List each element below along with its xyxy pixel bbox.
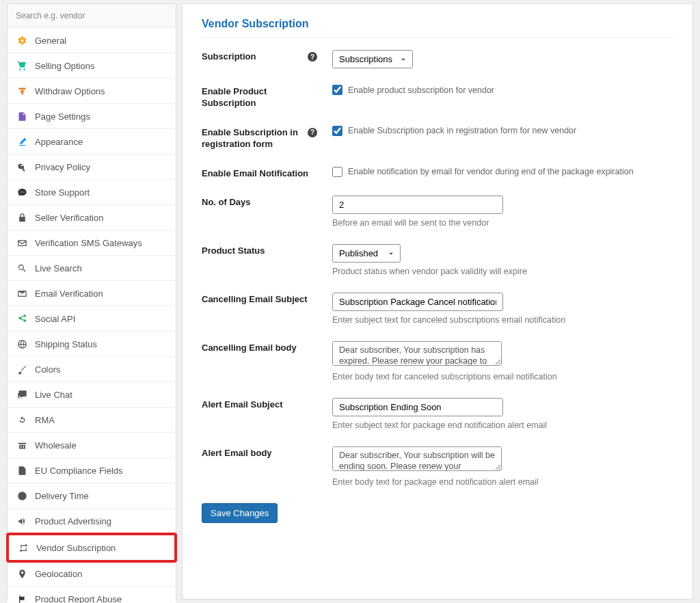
sidebar-item-label: Verification SMS Gateways xyxy=(35,238,142,248)
sidebar-search[interactable]: Search e.g. vendor xyxy=(8,4,176,28)
sidebar-item-seller-verification[interactable]: Seller Verification xyxy=(8,205,176,230)
sidebar-item-label: Privacy Policy xyxy=(35,162,90,172)
brush-icon xyxy=(16,136,28,147)
cancel-body-help: Enter body text for canceled subscriptio… xyxy=(332,372,673,381)
enable-reg-label: Enable Subscription in registration form xyxy=(202,127,308,150)
enable-reg-text: Enable Subscription pack in registration… xyxy=(348,126,576,135)
wholesale-icon xyxy=(16,440,28,451)
sidebar-item-label: Product Advertising xyxy=(35,516,111,526)
sidebar-item-general[interactable]: General xyxy=(8,28,176,53)
product-status-help: Product status when vendor pack validity… xyxy=(332,267,673,276)
alert-body-help: Enter body text for package end notifica… xyxy=(332,477,673,487)
sidebar-item-label: Colors xyxy=(35,364,61,375)
enable-email-checkbox[interactable] xyxy=(332,167,342,177)
cancel-subject-help: Enter subject text for canceled subscrip… xyxy=(332,315,673,325)
sidebar-item-label: Live Chat xyxy=(35,390,72,400)
sidebar-item-eu-compliance-fields[interactable]: EU Compliance Fields xyxy=(8,458,176,483)
search-icon xyxy=(16,263,28,273)
cancel-body-textarea[interactable] xyxy=(332,341,502,366)
alert-subject-input[interactable] xyxy=(332,398,503,416)
alert-body-label: Alert Email body xyxy=(202,448,272,459)
save-button[interactable]: Save Changes xyxy=(202,503,278,523)
sidebar-item-geolocation[interactable]: Geolocation xyxy=(8,561,176,587)
sidebar-item-withdraw-options[interactable]: Withdraw Options xyxy=(8,79,176,104)
clock-icon xyxy=(16,490,28,501)
paintbrush-icon xyxy=(16,364,28,375)
days-label: No. of Days xyxy=(202,197,251,209)
sidebar-item-delivery-time[interactable]: Delivery Time xyxy=(8,483,176,509)
sidebar-item-label: Wholesale xyxy=(35,440,77,451)
globe-icon xyxy=(16,338,28,349)
sidebar-item-verification-sms-gateways[interactable]: Verification SMS Gateways xyxy=(8,230,176,256)
key-icon xyxy=(16,161,28,172)
sidebar-item-wholesale[interactable]: Wholesale xyxy=(8,433,176,458)
help-icon[interactable]: ? xyxy=(308,128,317,137)
enable-email-label: Enable Email Notification xyxy=(202,168,308,180)
sidebar-item-label: Store Support xyxy=(35,187,90,198)
sidebar-item-label: EU Compliance Fields xyxy=(35,466,123,476)
sidebar-item-colors[interactable]: Colors xyxy=(8,357,176,382)
sidebar-item-live-chat[interactable]: Live Chat xyxy=(8,382,176,407)
sidebar-item-label: RMA xyxy=(35,415,55,425)
share-icon xyxy=(16,313,28,324)
alert-subject-help: Enter subject text for package end notif… xyxy=(332,420,673,430)
flag-icon xyxy=(16,593,28,603)
help-icon[interactable]: ? xyxy=(308,52,317,62)
sidebar-item-appearance[interactable]: Appearance xyxy=(8,129,176,155)
alert-subject-label: Alert Email Subject xyxy=(202,399,282,411)
enable-product-sub-checkbox[interactable] xyxy=(332,85,342,95)
sidebar-item-label: General xyxy=(35,36,66,46)
sidebar-item-label: Social API xyxy=(35,314,75,324)
pin-icon xyxy=(16,568,28,579)
sidebar-item-label: Email Verification xyxy=(35,289,103,299)
main-panel: Vendor Subscription Subscription ? Subsc… xyxy=(182,3,693,600)
sidebar-item-label: Geolocation xyxy=(35,569,82,579)
sidebar-item-label: Shipping Status xyxy=(35,339,97,349)
chat-icon xyxy=(16,187,28,198)
sidebar-item-product-report-abuse[interactable]: Product Report Abuse xyxy=(8,587,176,603)
sidebar-item-vendor-subscription[interactable]: Vendor Subscription xyxy=(6,533,177,563)
enable-email-text: Enable notification by email for vendor … xyxy=(348,167,634,176)
sidebar-item-selling-options[interactable]: Selling Options xyxy=(8,53,176,79)
megaphone-icon xyxy=(16,515,28,526)
sidebar-item-page-settings[interactable]: Page Settings xyxy=(8,104,176,129)
sidebar-item-live-search[interactable]: Live Search xyxy=(8,256,176,281)
sidebar-item-label: Product Report Abuse xyxy=(35,594,122,604)
lock-icon xyxy=(16,212,28,223)
sidebar-item-rma[interactable]: RMA xyxy=(8,407,176,433)
sidebar-item-email-verification[interactable]: Email Verification xyxy=(8,281,176,306)
sidebar-item-social-api[interactable]: Social API xyxy=(8,306,176,332)
product-status-label: Product Status xyxy=(202,245,265,257)
comments-icon xyxy=(16,389,28,400)
sidebar-item-store-support[interactable]: Store Support xyxy=(8,180,176,205)
mail-icon xyxy=(16,237,28,248)
sidebar-item-label: Seller Verification xyxy=(35,213,103,223)
subscription-select[interactable]: Subscriptions xyxy=(332,50,413,68)
sidebar-item-label: Withdraw Options xyxy=(35,86,105,96)
sidebar-item-label: Appearance xyxy=(35,137,83,147)
sidebar-item-label: Delivery Time xyxy=(35,491,89,501)
page-icon xyxy=(16,111,28,122)
cart-icon xyxy=(16,60,28,71)
cancel-body-label: Cancelling Email body xyxy=(202,343,297,354)
retweet-icon xyxy=(17,542,29,553)
page-title: Vendor Subscription xyxy=(202,18,673,38)
enable-reg-checkbox[interactable] xyxy=(332,126,342,136)
sidebar-item-shipping-status[interactable]: Shipping Status xyxy=(8,332,176,357)
sidebar-item-label: Vendor Subscription xyxy=(36,543,116,553)
enable-product-sub-text: Enable product subscription for vendor xyxy=(348,85,494,95)
subscription-label: Subscription xyxy=(202,51,256,63)
document-icon xyxy=(16,465,28,476)
alert-body-textarea[interactable] xyxy=(332,446,502,471)
sidebar: Search e.g. vendor GeneralSelling Option… xyxy=(7,3,176,600)
cancel-subject-label: Cancelling Email Subject xyxy=(202,294,308,306)
sidebar-item-product-advertising[interactable]: Product Advertising xyxy=(8,509,176,534)
sidebar-item-privacy-policy[interactable]: Privacy Policy xyxy=(8,155,176,180)
arrow-up-icon xyxy=(16,85,28,96)
days-help: Before an email will be sent to the vend… xyxy=(332,218,673,228)
enable-product-sub-label: Enable Product Subscription xyxy=(202,86,321,109)
cancel-subject-input[interactable] xyxy=(332,293,503,311)
sidebar-item-label: Live Search xyxy=(35,263,82,273)
product-status-select[interactable]: Published xyxy=(332,244,401,263)
days-input[interactable] xyxy=(332,196,503,214)
